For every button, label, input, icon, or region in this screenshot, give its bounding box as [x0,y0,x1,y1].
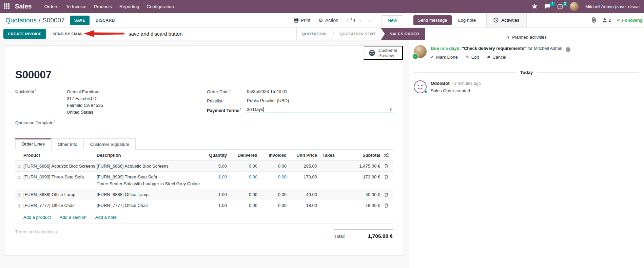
nav-item-reporting[interactable]: Reporting [116,1,143,13]
planned-activities-divider[interactable]: ▼Planned activities [414,35,639,40]
create-invoice-button[interactable]: CREATE INVOICE [3,29,46,39]
discard-button[interactable]: DISCARD [92,16,118,25]
cell-delivered[interactable]: 0.00 [227,203,257,208]
drag-handle-icon[interactable] [15,164,23,169]
order-line-row[interactable]: [FURN_6666] Acoustic Bloc Screens [FURN_… [15,161,393,172]
followers-button[interactable]: 2 [602,18,611,23]
cell-product[interactable]: [FURN_7777] Office Chair [23,203,97,208]
delete-row-icon[interactable] [380,192,392,197]
check-icon: ✔ [617,18,620,23]
activity-avatar[interactable]: ≡ [414,45,427,58]
cell-description[interactable]: [FURN_8888] Office Lamp [97,192,202,197]
customer-preview-button[interactable]: Customer Preview [364,46,403,60]
edit-activity-button[interactable]: ✎Edit [466,55,479,60]
send-by-email-button[interactable]: SEND BY EMAIL [49,29,87,39]
message-author[interactable]: OdooBot [431,81,450,86]
add-section-link[interactable]: Add a section [60,215,86,220]
cell-quantity[interactable]: 1.00 [202,203,227,208]
clock-icon [493,18,499,23]
cell-unit-price[interactable]: 40.00 [287,192,317,197]
drag-handle-icon[interactable] [15,174,23,179]
cell-invoiced[interactable]: 0.00 [257,192,287,197]
pager-arrows[interactable]: ‹ › [359,17,373,24]
order-line-row[interactable]: [FURN_8888] Office Lamp [FURN_8888] Offi… [15,189,393,200]
cell-delivered[interactable]: 0.00 [227,192,257,197]
cell-product[interactable]: [FURN_8888] Office Lamp [23,192,97,197]
customer-field[interactable]: Gemini Furniture 317 Fairchild Dr Fairfi… [67,89,103,116]
user-name[interactable]: Mitchell Admin (save_discar [585,4,640,9]
odoobot-avatar[interactable]: ♥ [414,80,427,93]
pricelist-label: Pricelist? [207,98,247,103]
drag-handle-icon[interactable] [15,192,23,197]
action-button[interactable]: ⚙ Action [318,18,338,23]
nav-item-configuration[interactable]: Configuration [143,1,178,13]
order-date-field[interactable]: 05/25/2023 15:40:01 [247,89,287,94]
nav-item-orders[interactable]: Orders [41,1,62,13]
tab-order-lines[interactable]: Order Lines [15,138,51,150]
table-header: Product Description Quantity Delivered I… [15,150,393,161]
pricelist-field[interactable]: Public Pricelist (USD) [247,98,289,103]
app-name[interactable]: Sales [15,3,32,10]
total-value: 1,706.00 € [368,233,393,239]
cell-invoiced[interactable]: 0.00 [257,164,287,169]
send-message-button[interactable]: Send message [413,15,452,25]
person-icon [602,18,607,23]
cell-product[interactable]: [FURN_8999] Three-Seat Sofa [23,174,97,179]
cell-invoiced[interactable]: 0.00 [257,174,287,179]
following-button[interactable]: ✔ Following [617,18,643,23]
dropdown-caret-icon[interactable]: ▼ [389,107,393,112]
step-quotation-sent[interactable]: QUOTATION SENT [334,28,381,40]
order-line-row[interactable]: [FURN_8999] Three-Seat Sofa [FURN_8999] … [15,172,393,189]
terms-placeholder[interactable]: Terms and conditions... [15,229,334,234]
delete-row-icon[interactable] [380,164,392,168]
cell-invoiced[interactable]: 0.00 [257,203,287,208]
tab-customer-signature[interactable]: Customer Signature [84,138,136,150]
cell-product[interactable]: [FURN_6666] Acoustic Bloc Screens [23,164,97,169]
cell-description[interactable]: [FURN_7777] Office Chair [97,203,202,208]
cell-quantity[interactable]: 5.00 [202,164,227,169]
attachments-button[interactable] [591,17,597,24]
print-button[interactable]: Print [294,18,311,23]
cell-quantity[interactable]: 1.00 [202,174,227,179]
followers-count: 2 [608,18,611,23]
messages-icon[interactable]: 4 [544,4,550,9]
save-button[interactable]: SAVE [70,16,90,25]
delete-row-icon[interactable] [380,174,392,179]
cancel-activity-button[interactable]: ✖Cancel [487,55,506,60]
cell-description[interactable]: [FURN_8999] Three-Seat Sofa Three Seater… [97,174,202,186]
cell-description[interactable]: [FURN_6666] Acoustic Bloc Screens [97,164,202,169]
mark-done-button[interactable]: ✔Mark Done [431,55,458,60]
cell-quantity[interactable]: 1.00 [202,192,227,197]
cell-unit-price[interactable]: 18.00 [287,203,317,208]
nav-item-to-invoice[interactable]: To Invoice [62,1,90,13]
step-sales-order[interactable]: SALES ORDER [381,28,425,40]
cell-unit-price[interactable]: 173.00 [287,174,317,179]
delete-row-icon[interactable] [380,203,392,208]
tab-other-info[interactable]: Other Info [51,138,84,150]
cancel-button[interactable]: CANCEL [90,29,114,39]
add-product-link[interactable]: Add a product [23,215,51,220]
activities-tab[interactable]: Activities [486,13,526,27]
debug-bug-icon[interactable] [532,4,538,9]
cell-delivered[interactable]: 0.00 [227,164,257,169]
step-quotation[interactable]: QUOTATION [297,28,331,40]
breadcrumb-quotations[interactable]: Quotations [5,17,37,24]
cell-delivered[interactable]: 0.00 [227,174,257,179]
sheet-topbar: Customer Preview [5,46,403,60]
order-line-row[interactable]: [FURN_7777] Office Chair [FURN_7777] Off… [15,200,393,211]
drag-handle-icon[interactable] [15,203,23,208]
optional-columns-icon[interactable] [380,153,392,157]
user-avatar[interactable] [570,2,579,11]
apps-grid-icon[interactable] [4,3,10,9]
customer-name-link[interactable]: Gemini Furniture [67,89,103,95]
cell-unit-price[interactable]: 295.00 [287,164,317,169]
log-note-button[interactable]: Log note [454,15,481,25]
col-subtotal: Subtotal [340,153,380,158]
info-icon[interactable]: i [566,47,570,52]
new-button[interactable]: New [382,15,403,25]
add-note-link[interactable]: Add a note [95,215,117,220]
nav-item-products[interactable]: Products [90,1,116,13]
activities-clock-icon[interactable]: 2 [557,4,563,9]
payment-terms-input[interactable]: 30 Days ▼ [247,107,393,113]
cell-subtotal: 173.00 € [340,174,380,179]
